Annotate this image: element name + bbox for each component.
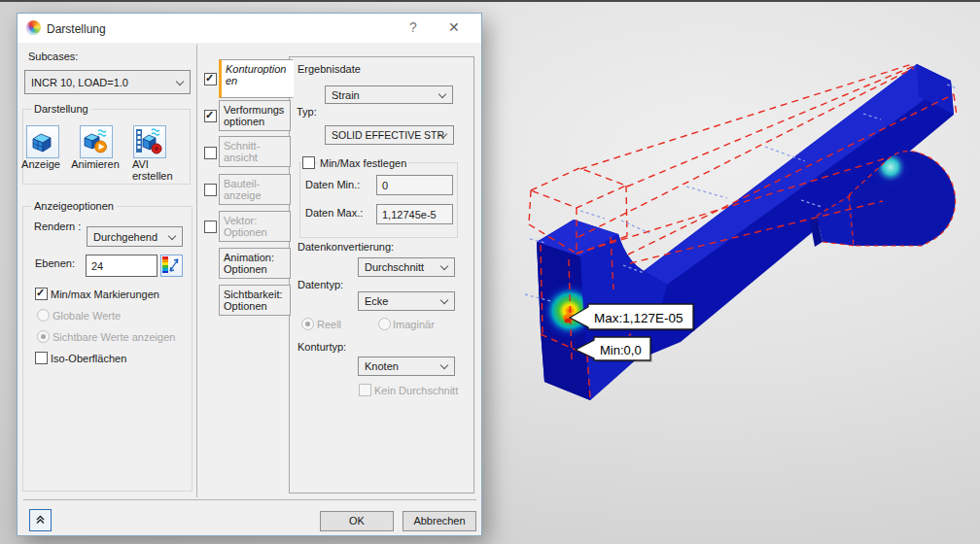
chevron-up-icon (34, 513, 47, 526)
avi-erstellen-button[interactable] (133, 125, 166, 158)
cancel-button-label: Abbrechen (413, 515, 465, 527)
cancel-button[interactable]: Abbrechen (402, 511, 476, 531)
kein-durchschnitt-label: Kein Durchschnitt (374, 385, 458, 396)
animieren-button-label: Animieren (68, 158, 122, 170)
rendern-label: Rendern : (34, 221, 81, 232)
konturtyp-label: Konturtyp: (298, 341, 346, 353)
datenkonvertierung-value: Durchschnitt (365, 261, 424, 273)
ok-button[interactable]: OK (320, 511, 394, 531)
color-scale-button[interactable] (160, 255, 183, 277)
animate-icon (81, 126, 110, 155)
tab-label: Animation: Optionen (224, 252, 274, 275)
reell-radio (301, 318, 314, 330)
ergebnisdaten-value: Strain (332, 89, 360, 101)
tab-label: Sichtbarkeit: Optionen (224, 289, 283, 312)
daten-max-label: Daten Max.: (305, 207, 363, 219)
subcases-label: Subcases: (28, 51, 78, 62)
max-callout[interactable]: Max:1,127E-05 (570, 304, 695, 331)
daten-min-input[interactable]: 0 (376, 175, 453, 195)
tab-animation-optionen[interactable]: Animation: Optionen (219, 248, 291, 279)
rendern-value: Durchgehend (93, 231, 158, 243)
anzeige-button-label: Anzeige (14, 158, 68, 170)
bauteilanzeige-checkbox[interactable] (204, 184, 217, 196)
anzeige-button[interactable] (26, 125, 59, 158)
anzeigeoptionen-group: Anzeigeoptionen (22, 206, 192, 492)
display-model-icon (27, 126, 56, 155)
minmax-festlegen-group (299, 162, 458, 238)
tab-label: Konturoptionen (226, 63, 286, 86)
darstellung-group-legend: Darstellung (31, 103, 91, 115)
datenkonvertierung-combobox[interactable]: Durchschnitt (358, 257, 455, 277)
typ-combobox[interactable]: SOLID EFFECTIVE STR (325, 125, 454, 145)
imaginaer-radio (378, 318, 391, 330)
subcases-combobox[interactable]: INCR 10, LOAD=1.0 (24, 70, 191, 94)
column-divider (196, 45, 197, 497)
schnittansicht-checkbox[interactable] (204, 147, 217, 159)
reell-label: Reell (317, 319, 341, 330)
iso-oberflaechen-label: Iso-Oberflächen (51, 353, 126, 364)
daten-max-value: 1,12745e-5 (382, 209, 437, 221)
daten-min-label: Daten Min.: (305, 179, 360, 190)
tab-label: Verformungsoptionen (224, 104, 284, 127)
globale-werte-radio (37, 309, 50, 322)
datenkonvertierung-label: Datenkonvertierung: (298, 241, 394, 253)
ergebnisdaten-combobox[interactable]: Strain (325, 85, 453, 104)
tab-label: Schnitt-ansicht (224, 140, 260, 163)
darstellung-dialog: Darstellung ? ✕ Subcases: INCR 10, LOAD=… (17, 13, 482, 536)
animieren-button[interactable] (80, 125, 113, 158)
globale-werte-label: Globale Werte (52, 310, 121, 322)
avi-button-label-2: erstellen (132, 170, 173, 182)
close-button[interactable]: ✕ (448, 19, 460, 35)
datentyp-value: Ecke (365, 295, 388, 307)
typ-value: SOLID EFFECTIVE STR (332, 129, 444, 141)
desktop: Max:1,127E-05 Min:0,0 Darstellung ? ✕ Su… (0, 0, 980, 544)
rendern-combobox[interactable]: Durchgehend (87, 226, 183, 247)
daten-max-input[interactable]: 1,12745e-5 (376, 204, 453, 224)
tab-label: Vektor: Optionen (224, 215, 267, 238)
min-callout-text: Min:0,0 (600, 343, 642, 357)
minmax-markierungen-label: Min/max Markierungen (51, 289, 159, 300)
ok-button-label: OK (349, 515, 365, 527)
footer-divider (23, 499, 476, 500)
tab-verformungsoptionen[interactable]: Verformungsoptionen (219, 100, 291, 131)
daten-min-value: 0 (382, 180, 388, 191)
konturtyp-combobox[interactable]: Knoten (358, 357, 455, 376)
typ-label: Typ: (297, 106, 317, 118)
imaginaer-label: Imaginär (393, 319, 435, 330)
subcases-value: INCR 10, LOAD=1.0 (31, 77, 128, 88)
color-scale-icon (161, 255, 180, 274)
ergebnisdaten-label: Ergebnisdate (298, 63, 361, 75)
title-bar[interactable]: Darstellung ? ✕ (18, 14, 481, 43)
tab-konturoptionen[interactable]: Konturoptionen (219, 59, 294, 98)
tab-bauteilanzeige[interactable]: Bauteil-anzeige (219, 174, 291, 205)
ebenen-value: 24 (91, 260, 103, 272)
minmax-festlegen-label: Min/Max festlegen (318, 157, 408, 169)
konturtyp-value: Knoten (365, 360, 399, 372)
sichtbare-werte-label: Sichtbare Werte anzeigen (52, 331, 175, 343)
minmax-festlegen-checkbox[interactable] (302, 156, 315, 169)
tab-schnittansicht[interactable]: Schnitt-ansicht (219, 136, 291, 167)
datentyp-combobox[interactable]: Ecke (358, 291, 455, 311)
collapse-dialog-button[interactable] (29, 509, 52, 531)
app-icon (26, 20, 41, 35)
tab-sichtbarkeit-optionen[interactable]: Sichtbarkeit: Optionen (219, 285, 291, 316)
avi-button-label-1: AVI (132, 158, 149, 170)
help-button[interactable]: ? (409, 19, 417, 35)
vektor-checkbox[interactable] (204, 221, 217, 233)
dialog-title: Darstellung (47, 22, 106, 36)
sichtbare-werte-radio (37, 330, 50, 343)
anzeigeoptionen-group-legend: Anzeigeoptionen (31, 200, 117, 212)
max-callout-text: Max:1,127E-05 (594, 311, 683, 325)
avi-record-icon (134, 126, 163, 155)
datentyp-label: Datentyp: (298, 279, 343, 290)
ebenen-label: Ebenen: (35, 257, 75, 269)
verformungsoptionen-checkbox[interactable] (204, 110, 217, 122)
tab-label: Bauteil-anzeige (224, 178, 262, 201)
konturoptionen-checkbox[interactable] (204, 73, 217, 85)
iso-oberflaechen-checkbox[interactable] (35, 352, 48, 364)
tab-vektor-optionen[interactable]: Vektor: Optionen (219, 211, 291, 242)
kein-durchschnitt-checkbox (359, 384, 371, 396)
minmax-markierungen-checkbox[interactable] (35, 288, 48, 300)
ebenen-input[interactable]: 24 (86, 255, 158, 277)
